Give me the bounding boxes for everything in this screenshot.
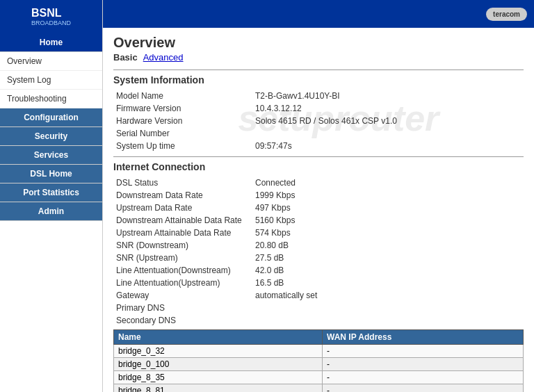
field-label: Gateway [113,289,252,302]
wan-ip: - [323,371,524,384]
wan-table-row: bridge_8_35- [114,371,524,384]
wan-table-row: bridge_0_100- [114,358,524,371]
field-value [252,302,524,314]
field-value: 20.80 dB [252,239,524,252]
field-value: 10.4.3.12.12 [252,102,524,115]
internet-info-row: Secondary DNS [113,314,524,327]
field-label: Firmware Version [113,102,252,115]
internet-info-row: DSL StatusConnected [113,177,524,189]
field-value: 574 Kbps [252,227,524,239]
wan-name: bridge_0_100 [114,358,323,371]
internet-connection-title: Internet Connection [113,161,524,172]
system-info-row: Firmware Version10.4.3.12.12 [113,102,524,115]
field-label: Upstream Data Rate [113,202,252,214]
wan-name: bridge_0_32 [114,345,323,358]
internet-info-row: SNR (Upstream)27.5 dB [113,252,524,264]
internet-connection-table: DSL StatusConnectedDownstream Data Rate1… [113,177,524,327]
field-label: Model Name [113,90,252,102]
system-info-row: Model NameT2-B-Gawv1.4U10Y-BI [113,90,524,102]
wan-ip-table: Name WAN IP Address bridge_0_32-bridge_0… [113,329,524,392]
system-info-row: System Up time09:57:47s [113,140,524,152]
field-label: System Up time [113,140,252,152]
internet-info-row: Line Attentuation(Upstream)16.5 dB [113,277,524,289]
tab-basic[interactable]: Basic [113,52,138,63]
field-label: Downstream Data Rate [113,189,252,202]
wan-ip: - [323,358,524,371]
field-value: 42.0 dB [252,264,524,277]
field-label: Line Attentuation(Downstream) [113,264,252,277]
wan-name: bridge_8_81 [114,384,323,393]
main-content: teracom setuprouter Overview Basic Advan… [103,0,534,392]
page-content: setuprouter Overview Basic Advanced Syst… [103,28,534,392]
nav-configuration-button[interactable]: Configuration [0,108,102,127]
field-value: 16.5 dB [252,277,524,289]
nav-home-button[interactable]: Home [0,33,102,52]
nav-dsl-home-button[interactable]: DSL Home [0,165,102,183]
internet-info-row: Upstream Data Rate497 Kbps [113,202,524,214]
wan-col-ip: WAN IP Address [323,330,524,345]
wan-table-row: bridge_8_81- [114,384,524,393]
tab-bar: Basic Advanced [113,52,524,63]
field-label: Hardware Version [113,115,252,127]
field-value: 497 Kbps [252,202,524,214]
teracom-badge: teracom [486,8,527,21]
page-title: Overview [113,35,524,51]
wan-ip: - [323,384,524,393]
field-label: SNR (Upstream) [113,252,252,264]
field-value: Connected [252,177,524,189]
tab-advanced[interactable]: Advanced [143,52,184,63]
teracom-label: teracom [493,10,520,18]
field-value: automatically set [252,289,524,302]
sidebar-item-overview[interactable]: Overview [0,52,102,71]
field-label: Primary DNS [113,302,252,314]
system-info-row: Hardware VersionSolos 4615 RD / Solos 46… [113,115,524,127]
field-label: SNR (Downstream) [113,239,252,252]
sidebar-item-troubleshooting[interactable]: Troubleshooting [0,90,102,108]
field-value [252,314,524,327]
wan-name: bridge_8_35 [114,371,323,384]
logo-subtitle: BROADBAND [31,19,71,26]
system-info-title: System Information [113,74,524,85]
logo-area: BSNL BROADBAND [0,0,102,33]
field-label: Downstream Attainable Data Rate [113,214,252,227]
internet-info-row: Primary DNS [113,302,524,314]
system-info-row: Serial Number [113,127,524,140]
internet-info-row: Gatewayautomatically set [113,289,524,302]
field-value [252,127,524,140]
field-value: T2-B-Gawv1.4U10Y-BI [252,90,524,102]
field-value: 5160 Kbps [252,214,524,227]
field-label: Upstream Attainable Data Rate [113,227,252,239]
nav-admin-button[interactable]: Admin [0,202,102,221]
wan-col-name: Name [114,330,323,345]
sidebar: BSNL BROADBAND Home Overview System Log … [0,0,103,392]
field-label: Line Attentuation(Upstream) [113,277,252,289]
divider-top [113,70,524,70]
wan-ip: - [323,345,524,358]
divider-internet [113,156,524,157]
internet-info-row: SNR (Downstream)20.80 dB [113,239,524,252]
internet-info-row: Line Attentuation(Downstream)42.0 dB [113,264,524,277]
field-label: DSL Status [113,177,252,189]
top-bar: teracom [103,0,534,28]
field-value: 1999 Kbps [252,189,524,202]
internet-info-row: Upstream Attainable Data Rate574 Kbps [113,227,524,239]
internet-info-row: Downstream Attainable Data Rate5160 Kbps [113,214,524,227]
sidebar-item-system-log[interactable]: System Log [0,71,102,90]
field-value: 09:57:47s [252,140,524,152]
nav-services-button[interactable]: Services [0,146,102,165]
logo-title: BSNL [31,7,62,19]
field-label: Serial Number [113,127,252,140]
internet-info-row: Downstream Data Rate1999 Kbps [113,189,524,202]
field-label: Secondary DNS [113,314,252,327]
system-info-table: Model NameT2-B-Gawv1.4U10Y-BIFirmware Ve… [113,90,524,152]
nav-port-statistics-button[interactable]: Port Statistics [0,183,102,202]
field-value: 27.5 dB [252,252,524,264]
wan-table-row: bridge_0_32- [114,345,524,358]
nav-security-button[interactable]: Security [0,127,102,146]
field-value: Solos 4615 RD / Solos 461x CSP v1.0 [252,115,524,127]
